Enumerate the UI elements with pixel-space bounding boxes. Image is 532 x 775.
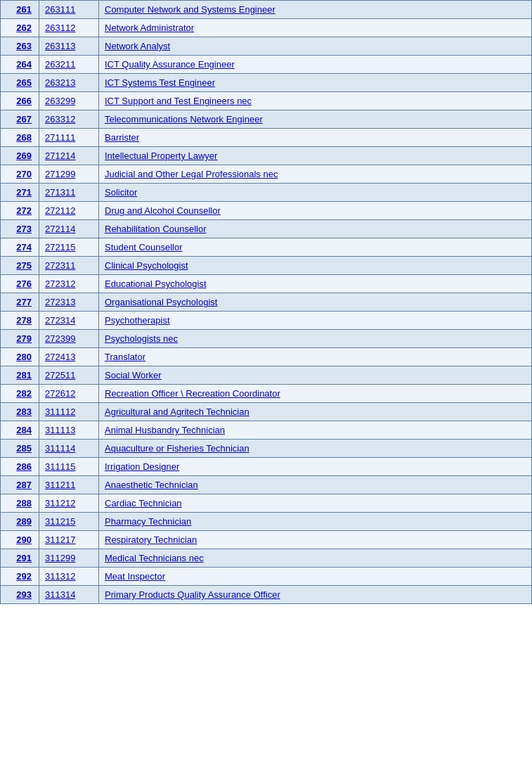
occupation-title-link[interactable]: Intellectual Property Lawyer (105, 150, 217, 161)
row-number-link[interactable]: 278 (16, 315, 32, 326)
occupation-title-link[interactable]: Drug and Alcohol Counsellor (105, 205, 221, 216)
occupation-code-link[interactable]: 272314 (45, 315, 75, 326)
occupation-code-link[interactable]: 263213 (45, 77, 75, 88)
row-number-link[interactable]: 287 (16, 480, 32, 490)
occupation-title-link[interactable]: Aquaculture or Fisheries Technician (105, 443, 249, 454)
occupation-code-link[interactable]: 271299 (45, 169, 75, 179)
occupation-code-link[interactable]: 263312 (45, 114, 75, 124)
row-number-link[interactable]: 264 (16, 59, 32, 70)
occupation-code-link[interactable]: 311217 (45, 534, 75, 545)
occupation-code-link[interactable]: 272311 (45, 260, 75, 271)
row-number-link[interactable]: 263 (16, 41, 32, 51)
occupation-title-link[interactable]: Rehabilitation Counsellor (105, 224, 207, 234)
occupation-title-link[interactable]: Medical Technicians nec (105, 553, 204, 563)
occupation-code-link[interactable]: 311115 (45, 461, 75, 472)
row-number-link[interactable]: 289 (16, 516, 32, 527)
occupation-title-link[interactable]: Cardiac Technician (105, 498, 182, 508)
row-number-link[interactable]: 275 (16, 260, 32, 271)
row-number: 292 (1, 568, 39, 586)
occupation-code-link[interactable]: 263299 (45, 96, 75, 106)
occupation-code-link[interactable]: 263113 (45, 41, 75, 51)
row-number-link[interactable]: 272 (16, 205, 32, 216)
row-number-link[interactable]: 284 (16, 425, 32, 435)
occupation-code-link[interactable]: 311312 (45, 571, 75, 582)
occupation-code-link[interactable]: 311212 (45, 498, 75, 508)
occupation-code-link[interactable]: 311112 (45, 406, 75, 417)
occupation-title-link[interactable]: Irrigation Designer (105, 461, 179, 472)
row-number-link[interactable]: 266 (16, 96, 32, 106)
occupation-title-link[interactable]: ICT Support and Test Engineers nec (105, 96, 252, 106)
row-number-link[interactable]: 265 (16, 77, 32, 88)
row-number-link[interactable]: 281 (16, 370, 32, 380)
row-number-link[interactable]: 290 (16, 534, 32, 545)
row-number-link[interactable]: 267 (16, 114, 32, 124)
occupation-code-link[interactable]: 272511 (45, 370, 75, 380)
occupation-title-link[interactable]: Psychotherapist (105, 315, 170, 326)
row-number-link[interactable]: 291 (16, 553, 32, 563)
row-number-link[interactable]: 269 (16, 150, 32, 161)
occupation-code-link[interactable]: 311314 (45, 589, 75, 600)
occupation-title-link[interactable]: Translator (105, 352, 145, 362)
occupation-title-link[interactable]: Meat Inspector (105, 571, 165, 582)
row-number-link[interactable]: 262 (16, 23, 32, 33)
occupation-code-link[interactable]: 271311 (45, 187, 75, 198)
row-number-link[interactable]: 268 (16, 132, 32, 143)
row-number-link[interactable]: 286 (16, 461, 32, 472)
occupation-title-link[interactable]: Clinical Psychologist (105, 260, 188, 271)
occupation-code-link[interactable]: 271214 (45, 150, 75, 161)
occupation-code-link[interactable]: 263211 (45, 59, 75, 70)
occupation-code-link[interactable]: 311114 (45, 443, 75, 454)
occupation-title-link[interactable]: Judicial and Other Legal Professionals n… (105, 169, 278, 179)
occupation-title-link[interactable]: Computer Network and Systems Engineer (105, 4, 275, 15)
occupation-title-link[interactable]: Agricultural and Agritech Technician (105, 406, 249, 417)
row-number-link[interactable]: 279 (16, 333, 32, 344)
row-number-link[interactable]: 282 (16, 388, 32, 399)
occupation-code-link[interactable]: 271111 (45, 132, 75, 143)
occupation-title-link[interactable]: Barrister (105, 132, 139, 143)
occupation-code-link[interactable]: 311113 (45, 425, 75, 435)
occupation-title-link[interactable]: Telecommunications Network Engineer (105, 114, 263, 124)
occupation-title-link[interactable]: Animal Husbandry Technician (105, 425, 225, 435)
occupation-title-link[interactable]: Network Analyst (105, 41, 170, 51)
occupation-title-link[interactable]: Pharmacy Technician (105, 516, 191, 527)
row-number-link[interactable]: 271 (16, 187, 32, 198)
row-number-link[interactable]: 285 (16, 443, 32, 454)
occupation-title-link[interactable]: Recreation Officer \ Recreation Coordina… (105, 388, 280, 399)
occupation-title-link[interactable]: Anaesthetic Technician (105, 480, 198, 490)
row-number-link[interactable]: 283 (16, 406, 32, 417)
occupation-code-link[interactable]: 272114 (45, 224, 75, 234)
occupation-code-link[interactable]: 272112 (45, 205, 75, 216)
row-number-link[interactable]: 274 (16, 242, 32, 252)
occupation-code-link[interactable]: 263111 (45, 4, 75, 15)
occupation-code-link[interactable]: 272312 (45, 278, 75, 289)
row-number-link[interactable]: 273 (16, 224, 32, 234)
occupation-title-link[interactable]: Primary Products Quality Assurance Offic… (105, 589, 280, 600)
occupation-code-link[interactable]: 311215 (45, 516, 75, 527)
occupation-title-link[interactable]: Psychologists nec (105, 333, 178, 344)
occupation-title-link[interactable]: Educational Psychologist (105, 278, 207, 289)
occupation-title-link[interactable]: ICT Systems Test Engineer (105, 77, 215, 88)
row-number-link[interactable]: 292 (16, 571, 32, 582)
occupation-code-link[interactable]: 272413 (45, 352, 75, 362)
row-number-link[interactable]: 280 (16, 352, 32, 362)
occupation-title-link[interactable]: Respiratory Technician (105, 534, 197, 545)
row-number-link[interactable]: 293 (16, 589, 32, 600)
occupation-code-link[interactable]: 311211 (45, 480, 75, 490)
occupation-title-link[interactable]: ICT Quality Assurance Engineer (105, 59, 235, 70)
row-number-link[interactable]: 261 (16, 4, 32, 15)
row-number-link[interactable]: 288 (16, 498, 32, 508)
occupation-code-link[interactable]: 272399 (45, 333, 75, 344)
occupation-code-link[interactable]: 263112 (45, 23, 75, 33)
occupation-title-link[interactable]: Social Worker (105, 370, 162, 380)
occupation-title-link[interactable]: Solicitor (105, 187, 137, 198)
row-number-link[interactable]: 277 (16, 297, 32, 307)
occupation-code-link[interactable]: 272313 (45, 297, 75, 307)
occupation-title-link[interactable]: Student Counsellor (105, 242, 183, 252)
occupation-title-link[interactable]: Organisational Psychologist (105, 297, 217, 307)
occupation-code-link[interactable]: 272115 (45, 242, 75, 252)
row-number-link[interactable]: 270 (16, 169, 32, 179)
occupation-code-link[interactable]: 272612 (45, 388, 75, 399)
occupation-code-link[interactable]: 311299 (45, 553, 75, 563)
row-number-link[interactable]: 276 (16, 278, 32, 289)
occupation-title-link[interactable]: Network Administrator (105, 23, 194, 33)
